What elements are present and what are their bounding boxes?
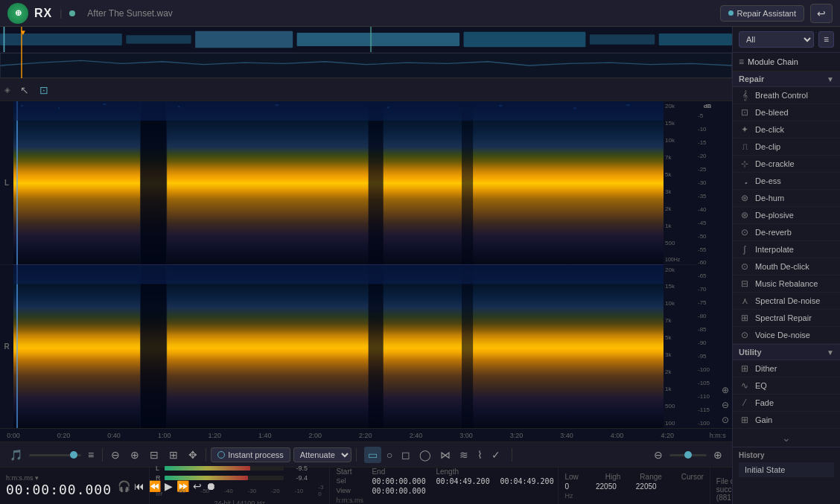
interpolate-icon: ∫ [739, 244, 751, 255]
ellipse-select-btn[interactable]: ○ [383, 447, 396, 463]
spectrogram-svg [13, 101, 664, 428]
mouth-de-click-icon: ⊙ [739, 261, 751, 272]
view-label: View [336, 487, 360, 495]
rect-select-btn[interactable]: ▭ [364, 447, 381, 463]
meter-inf-label: -Inf [156, 484, 162, 497]
hms-label: h:m:s.ms [336, 497, 552, 504]
select-tool-btn[interactable]: ↖ [16, 83, 33, 98]
module-item-spectral-de-noise[interactable]: ⋏ Spectral De-noise [733, 293, 840, 310]
module-item-voice-de-noise[interactable]: ⊙ Voice De-noise [733, 327, 840, 344]
expand-more-row[interactable]: ⌄ [733, 429, 840, 447]
time-info-section: Start End Length Sel 00:00:00.000 00:04:… [329, 468, 558, 504]
module-item-spectral-repair[interactable]: ⊞ Spectral Repair [733, 310, 840, 327]
repair-assistant-button[interactable]: Repair Assistant [720, 5, 804, 22]
module-item-de-reverb[interactable]: ⊙ De-reverb [733, 224, 840, 241]
pan-btn[interactable]: ✥ [185, 447, 201, 462]
right-scroll-area[interactable]: Repair ▼ 𝄞 Breath Control ⊡ De-bleed ✦ D… [733, 71, 840, 504]
time-display: 00:00:00.000 [6, 482, 112, 497]
svg-rect-6 [590, 34, 655, 45]
time-mark-200: 2:00 [309, 432, 322, 439]
sel-label: Sel [336, 477, 360, 485]
module-item-mouth-de-click[interactable]: ⊙ Mouth De-click [733, 258, 840, 275]
time-mark-220: 2:20 [359, 432, 372, 439]
module-item-fade[interactable]: ∕ Fade [733, 395, 840, 412]
zoom-slider-right[interactable] [669, 453, 707, 456]
lasso-select-btn[interactable]: ◻ [398, 447, 414, 463]
harmonic-select-btn[interactable]: ⋈ [436, 447, 454, 463]
left-channel-label: L [4, 179, 9, 187]
time-mark-140: 1:40 [258, 432, 272, 439]
history-initial-state[interactable]: Initial State [739, 462, 834, 477]
frequency-select-btn[interactable]: ⊡ [36, 83, 52, 98]
length-label: Length [436, 468, 488, 476]
module-item-de-hum[interactable]: ⊛ De-hum [733, 190, 840, 207]
zoom-in-right-btn[interactable]: ⊕ [710, 447, 726, 462]
svg-rect-2 [126, 35, 191, 43]
right-panel: All ≡ ≡ Module Chain Repair ▼ 𝄞 Breath C… [732, 27, 840, 504]
toolbar-sep-4 [512, 448, 512, 462]
skip-back-btn[interactable]: ⏮ [134, 480, 144, 492]
module-item-de-ess[interactable]: 𝅘 De-ess [733, 173, 840, 190]
zoom-in-freq-btn[interactable]: ⊕ [722, 385, 729, 395]
module-chain-row[interactable]: ≡ Module Chain [733, 53, 840, 71]
zoom-waveform-btn[interactable]: 🎵 [6, 447, 26, 462]
zoom-in-btn[interactable]: ⊕ [127, 447, 143, 462]
dither-label: Dither [755, 364, 777, 373]
instant-process-container[interactable]: Instant process [211, 447, 290, 462]
utility-category-header[interactable]: Utility ▼ [733, 344, 840, 360]
svg-rect-4 [297, 33, 459, 46]
history-title: History [739, 451, 764, 459]
waveform-overview[interactable]: ▼ [0, 27, 732, 79]
magic-wand-btn[interactable]: ◯ [416, 447, 435, 463]
waveform-track-top[interactable] [0, 27, 732, 53]
pencil-btn[interactable]: ≋ [456, 447, 472, 463]
module-item-de-click[interactable]: ✦ De-click [733, 121, 840, 138]
zoom-out-freq-btn[interactable]: ⊖ [722, 400, 729, 410]
menu-button[interactable]: ≡ [818, 31, 834, 48]
attenuation-select[interactable]: Attenuate [293, 447, 351, 462]
zoom-selection-btn[interactable]: ⊟ [146, 447, 162, 462]
eq-icon: ∿ [739, 380, 751, 391]
svg-rect-18 [369, 265, 384, 429]
axis-controls: ⊕ ⊖ ⊙ [719, 101, 732, 428]
meter-l-label: L [156, 465, 162, 472]
db-axis: dB -5-10-15-20 -25-30-35-40 -45-50-55-60… [696, 101, 719, 428]
info-bottom: h:m:s.ms ▾ 00:00:00.000 🎧 ⏮ ⏪ ▶ ⏩ ↩ ⏺ L [0, 467, 732, 504]
module-item-gain[interactable]: ⊞ Gain [733, 412, 840, 429]
voice-de-noise-icon: ⊙ [739, 330, 751, 340]
waveform-track-bottom[interactable] [0, 53, 732, 78]
zoom-out-right-btn[interactable]: ⊖ [650, 447, 666, 462]
spectrogram-container[interactable]: L R [0, 101, 732, 428]
time-mark-320: 3:20 [510, 432, 524, 439]
repair-assistant-dot [728, 10, 734, 16]
spec-options-btn[interactable]: ⊙ [722, 415, 729, 425]
fade-icon: ∕ [739, 398, 751, 408]
eraser-btn[interactable]: ⌇ [474, 447, 486, 463]
svg-rect-29 [178, 106, 180, 107]
check-btn[interactable]: ✓ [488, 447, 504, 463]
de-bleed-label: De-bleed [755, 108, 789, 117]
spectrogram-main[interactable] [13, 101, 664, 428]
zoom-out-btn[interactable]: ⊖ [107, 447, 124, 462]
back-button[interactable]: ↩ [810, 4, 833, 23]
module-item-de-bleed[interactable]: ⊡ De-bleed [733, 104, 840, 121]
module-item-dither[interactable]: ⊞ Dither [733, 360, 840, 377]
module-item-de-plosive[interactable]: ⊛ De-plosive [733, 207, 840, 224]
module-item-interpolate[interactable]: ∫ Interpolate [733, 241, 840, 258]
module-item-de-crackle[interactable]: ⊹ De-crackle [733, 156, 840, 173]
expand-more-btn[interactable]: ⌄ [782, 432, 791, 444]
module-item-music-rebalance[interactable]: ⊟ Music Rebalance [733, 275, 840, 293]
module-item-eq[interactable]: ∿ EQ [733, 377, 840, 395]
zoom-slider-container[interactable] [29, 453, 81, 456]
module-item-breath-control[interactable]: 𝄞 Breath Control [733, 87, 840, 104]
repair-category-header[interactable]: Repair ▼ [733, 71, 840, 87]
headphones-btn[interactable]: 🎧 [118, 480, 130, 492]
zoom-bar-btn[interactable]: ≡ [84, 447, 98, 462]
module-item-de-clip[interactable]: ⎍ De-clip [733, 138, 840, 156]
filter-select[interactable]: All [739, 31, 814, 48]
svg-rect-27 [58, 107, 60, 109]
svg-rect-24 [13, 101, 664, 121]
zoom-fit-btn[interactable]: ⊞ [165, 447, 182, 462]
svg-rect-1 [0, 34, 122, 45]
main-layout: ▼ ◈ ↖ ⊡ L R [0, 27, 840, 504]
